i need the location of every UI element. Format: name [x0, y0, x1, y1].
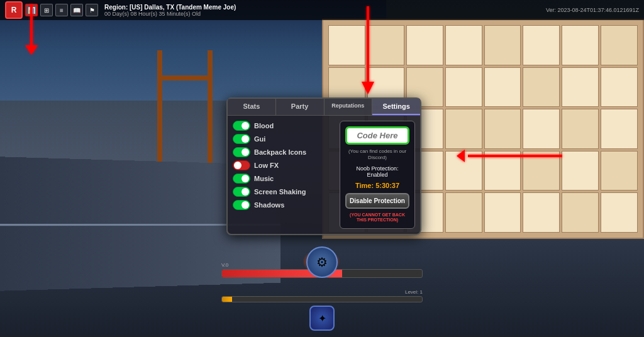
toggle-gui: Gui — [233, 134, 335, 144]
disable-protection-button[interactable]: Disable Protection — [345, 193, 409, 209]
version-info: Ver: 2023-08-24T01:37:46.0121691Z — [546, 7, 639, 13]
toggle-music: Music — [233, 174, 335, 184]
svg-marker-5 — [457, 150, 465, 162]
warning-text: (YOU CANNOT GET BACK THIS PROTECTION) — [345, 213, 409, 223]
toggle-blood: Blood — [233, 121, 335, 131]
toggle-music-btn[interactable] — [233, 174, 250, 184]
hp-current: V.0 — [221, 262, 228, 268]
top-hud: R 📊 ⊞ ≡ 📖 ⚑ Region: [US] Dallas, TX (Tan… — [0, 0, 644, 20]
toggle-list: Blood Gui Backpack Icons Low FX Music Sc… — [233, 121, 335, 229]
toggle-screenshaking-label: Screen Shaking — [254, 188, 306, 196]
toggle-gui-btn[interactable] — [233, 134, 250, 144]
arrow-right-settings — [455, 143, 569, 168]
toggle-screenshaking: Screen Shaking — [233, 187, 335, 197]
health-section: V.0 ⚙ — [221, 262, 423, 278]
toggle-backpack: Backpack Icons — [233, 147, 335, 157]
protection-status: Noob Protection: Enabled — [345, 165, 409, 178]
level-right: Level: 1 — [405, 289, 423, 295]
toggle-blood-label: Blood — [254, 122, 274, 130]
character-icon: ⚙ — [306, 246, 338, 278]
skill-icon[interactable]: ✦ — [309, 306, 335, 331]
region-info: Region: [US] Dallas, TX (Tandem Meme Joe… — [104, 4, 236, 17]
list-icon[interactable]: ≡ — [55, 4, 68, 16]
toggle-lowfx-btn[interactable] — [233, 160, 250, 170]
toggle-music-label: Music — [254, 175, 274, 182]
toggle-backpack-label: Backpack Icons — [254, 148, 306, 156]
region-name: Region: [US] Dallas, TX (Tandem Meme Joe… — [104, 4, 236, 11]
toggle-shadows-btn[interactable] — [233, 200, 250, 210]
toggle-backpack-btn[interactable] — [233, 147, 250, 157]
toggle-gui-label: Gui — [254, 135, 265, 143]
toggle-shadows: Shadows — [233, 200, 335, 210]
pole-crossbar — [157, 75, 208, 80]
protection-time: Time: 5:30:37 — [345, 182, 409, 189]
toggle-lowfx-label: Low FX — [254, 162, 279, 169]
settings-subpanel: (You can find codes in our Discord) Noob… — [340, 121, 415, 229]
level-bar-fill — [222, 297, 232, 302]
flag-icon[interactable]: ⚑ — [86, 4, 98, 16]
toggle-blood-btn[interactable] — [233, 121, 250, 131]
arrow-topleft — [6, 1, 57, 64]
svg-marker-1 — [25, 45, 38, 55]
panel-body: Blood Gui Backpack Icons Low FX Music Sc… — [228, 116, 420, 234]
bottom-hud: V.0 ⚙ Level: 1 — [221, 262, 423, 302]
toggle-lowfx: Low FX — [233, 160, 335, 170]
tab-stats[interactable]: Stats — [228, 99, 276, 115]
tab-party[interactable]: Party — [276, 99, 325, 115]
code-input[interactable] — [345, 126, 409, 145]
svg-marker-3 — [362, 82, 374, 94]
level-bar — [221, 296, 423, 302]
panel-tabs: Stats Party Reputations Settings — [228, 99, 420, 116]
time-online: 00 Day(s) 08 Hour(s) 35 Minute(s) Old — [104, 11, 236, 17]
level-labels: Level: 1 — [221, 289, 423, 295]
arrow-top-panel — [352, 3, 384, 104]
game-panel: Stats Party Reputations Settings Blood G… — [226, 97, 421, 235]
level-section: Level: 1 — [221, 289, 423, 302]
toggle-screenshaking-btn[interactable] — [233, 187, 250, 197]
book-icon[interactable]: 📖 — [70, 4, 83, 16]
code-hint: (You can find codes in our Discord) — [345, 148, 409, 162]
toggle-shadows-label: Shadows — [254, 201, 284, 209]
